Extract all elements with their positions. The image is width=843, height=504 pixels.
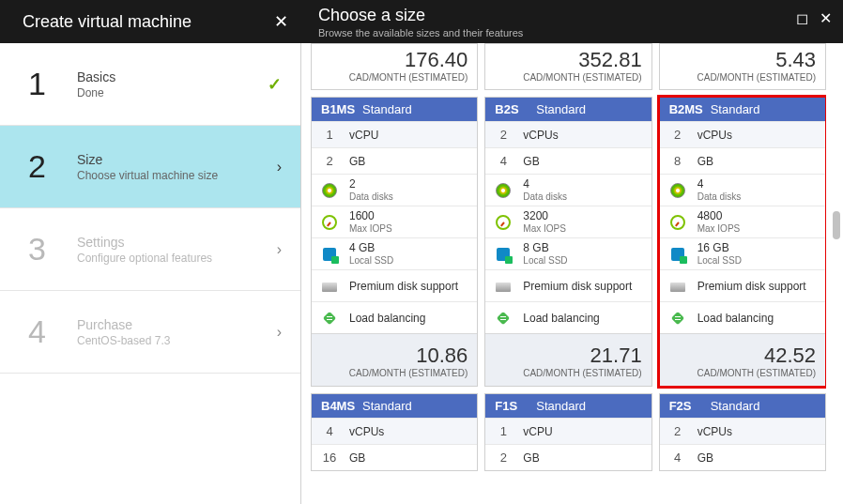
close-icon[interactable]: ✕ [820, 9, 832, 27]
step-number: 3 [28, 231, 60, 267]
size-code: B1MS [321, 102, 362, 116]
step-title: Purchase [77, 317, 277, 332]
size-tier: Standard [536, 102, 586, 116]
spec-row: 2vCPUs [485, 121, 651, 147]
size-code: B2MS [669, 102, 711, 116]
load-balancing-icon [322, 311, 337, 326]
spec-value: 2 [349, 178, 393, 191]
spec-value: 2 [495, 451, 512, 465]
spec-label: Local SSD [523, 255, 567, 266]
spec-label: Max IOPS [523, 223, 566, 234]
wizard-step-size[interactable]: 2SizeChoose virtual machine size› [0, 126, 300, 208]
step-number: 1 [28, 66, 60, 102]
size-card-b4ms[interactable]: B4MSStandard4vCPUs16GB [311, 393, 478, 471]
size-card-partial-top[interactable]: 176.40CAD/MONTH (ESTIMATED) [311, 43, 478, 90]
price-unit: CAD/MONTH (ESTIMATED) [312, 368, 467, 378]
spec-value: 8 GB [523, 242, 567, 254]
size-tier: Standard [362, 102, 412, 116]
spec-label: vCPUs [697, 129, 732, 142]
price-value: 352.81 [485, 48, 641, 72]
spec-row: 4Data disks [660, 174, 825, 206]
spec-row: 4GB [485, 147, 651, 174]
size-card-f1s[interactable]: F1SStandard1vCPU2GB [484, 393, 651, 471]
spec-label: Local SSD [697, 255, 742, 266]
spec-label: GB [523, 451, 539, 465]
spec-value: 2 [669, 424, 686, 438]
spec-label: GB [697, 155, 713, 168]
size-card-partial-top[interactable]: 352.81CAD/MONTH (ESTIMATED) [484, 43, 651, 90]
spec-value: 1 [495, 424, 512, 438]
disk-icon [496, 183, 511, 198]
spec-row: 4800Max IOPS [660, 206, 825, 237]
chevron-right-icon: › [277, 324, 282, 341]
step-title: Basics [77, 69, 268, 84]
spec-value: 4800 [697, 210, 741, 222]
spec-row: 2Data disks [312, 174, 477, 206]
size-card-b1ms[interactable]: B1MSStandard1vCPU2GB2Data disks1600Max I… [311, 97, 478, 387]
gauge-icon [496, 215, 511, 230]
price-value: 21.71 [485, 344, 641, 368]
spec-label: Max IOPS [349, 223, 392, 234]
disk-icon [670, 183, 685, 198]
card-header: B2MSStandard [660, 98, 825, 121]
card-header: B1MSStandard [312, 98, 477, 121]
scrollbar-thumb[interactable] [833, 211, 840, 239]
card-header: F2SStandard [660, 394, 825, 418]
size-card-f2s[interactable]: F2SStandard2vCPUs4GB [659, 393, 826, 471]
wizard-step-basics[interactable]: 1BasicsDone✓ [0, 43, 300, 126]
wizard-steps: 1BasicsDone✓2SizeChoose virtual machine … [0, 0, 301, 504]
load-balancing-icon [670, 311, 685, 326]
spec-label: vCPUs [523, 129, 558, 142]
spec-row: 2GB [312, 147, 477, 174]
size-code: F1S [495, 399, 536, 413]
size-card-b2s[interactable]: B2SStandard2vCPUs4GB4Data disks3200Max I… [484, 97, 651, 387]
close-icon[interactable]: ✕ [274, 11, 288, 32]
card-header: B2SStandard [485, 98, 651, 121]
size-picker: 176.40CAD/MONTH (ESTIMATED)B1MSStandard1… [301, 0, 843, 504]
size-card-b2ms[interactable]: B2MSStandard2vCPUs8GB4Data disks4800Max … [659, 97, 826, 387]
spec-value: 4 [697, 178, 742, 191]
spec-label: vCPUs [697, 425, 732, 438]
wizard-step-settings[interactable]: 3SettingsConfigure optional features› [0, 208, 300, 291]
panel-title-left: Create virtual machine [23, 12, 192, 32]
gauge-icon [322, 215, 337, 230]
spec-row: 16GB [312, 444, 477, 470]
step-number: 2 [28, 148, 60, 185]
size-code: F2S [669, 399, 711, 413]
spec-value: 1600 [349, 210, 392, 222]
size-code: B2S [495, 102, 536, 116]
spec-row: Premium disk support [485, 269, 651, 301]
price-value: 42.52 [660, 344, 816, 368]
spec-value: 4 [321, 424, 338, 438]
spec-label: GB [349, 451, 365, 465]
spec-label: Premium disk support [697, 280, 806, 293]
spec-label: Load balancing [523, 312, 599, 325]
premium-disk-icon [670, 283, 685, 292]
step-title: Size [77, 152, 277, 167]
spec-label: GB [349, 155, 365, 168]
size-tier: Standard [536, 399, 586, 413]
chevron-right-icon: › [277, 241, 282, 258]
spec-row: 8 GBLocal SSD [485, 237, 651, 269]
spec-row: 4Data disks [485, 174, 651, 206]
spec-value: 3200 [523, 210, 566, 222]
size-card-partial-top[interactable]: 5.43CAD/MONTH (ESTIMATED) [659, 43, 826, 90]
spec-row: 1vCPU [485, 418, 651, 444]
spec-value: 16 [321, 451, 338, 465]
spec-row: 2vCPUs [660, 418, 825, 444]
chevron-right-icon: › [277, 159, 282, 176]
spec-label: Data disks [697, 191, 742, 202]
spec-value: 2 [321, 154, 338, 168]
wizard-step-purchase[interactable]: 4PurchaseCentOS-based 7.3› [0, 291, 300, 374]
spec-row: Load balancing [312, 301, 477, 333]
spec-row: Premium disk support [312, 269, 477, 301]
spec-row: 1600Max IOPS [312, 206, 477, 237]
spec-label: vCPUs [349, 425, 384, 438]
card-header: B4MSStandard [312, 394, 477, 418]
spec-row: 16 GBLocal SSD [660, 237, 825, 269]
step-subtitle: Choose virtual machine size [77, 169, 277, 182]
spec-value: 8 [669, 154, 686, 168]
spec-label: GB [523, 155, 539, 168]
restore-icon[interactable]: ◻ [796, 9, 808, 27]
spec-row: 4vCPUs [312, 418, 477, 444]
